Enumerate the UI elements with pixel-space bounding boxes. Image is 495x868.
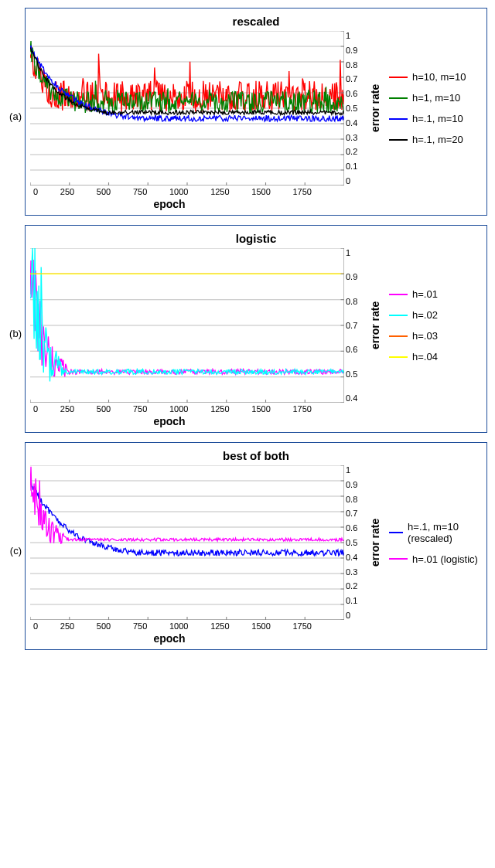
y-axis-label: error rate	[367, 31, 383, 186]
x-tick: 0	[33, 404, 38, 414]
legend-label: h=.01	[412, 288, 438, 300]
legend-label: h=.02	[412, 309, 438, 321]
plot-svg	[30, 465, 344, 620]
y-tick: 0	[346, 176, 366, 186]
y-tick: 0.3	[346, 567, 366, 577]
legend-item: h=.02	[389, 309, 482, 321]
x-axis-label: epoch	[30, 415, 309, 427]
x-tick: 500	[97, 621, 111, 631]
chart-row-c: (c)best of both10.90.80.70.60.50.40.30.2…	[8, 442, 487, 659]
x-tick: 1250	[210, 621, 229, 631]
panel-label-c: (c)	[8, 545, 25, 557]
legend-label: h=.04	[412, 351, 438, 363]
legend-swatch	[389, 294, 408, 295]
x-axis-label: epoch	[30, 632, 309, 645]
y-tick: 0.2	[346, 147, 366, 156]
y-tick: 1	[346, 248, 366, 257]
x-tick: 0	[33, 621, 38, 631]
legend: h=10, m=10h=1, m=10h=.1, m=10h=.1, m=20	[383, 31, 482, 186]
chart-panel-b: logistic10.90.80.70.60.50.4error rateh=.…	[25, 225, 487, 433]
y-tick-labels: 10.90.80.70.60.50.4	[346, 248, 366, 403]
legend-swatch	[389, 139, 408, 141]
y-tick: 0.1	[346, 596, 366, 605]
chart-title: logistic	[30, 232, 482, 245]
y-tick: 0.7	[346, 509, 366, 518]
legend-swatch	[389, 356, 408, 358]
legend-swatch	[389, 532, 403, 533]
panel-label-b: (b)	[8, 328, 25, 339]
x-tick: 1250	[210, 187, 229, 196]
series-line	[30, 260, 344, 377]
y-tick: 0.8	[346, 297, 366, 306]
x-tick: 1500	[251, 621, 270, 631]
y-tick: 0.7	[346, 74, 366, 83]
y-tick: 0.5	[346, 538, 366, 547]
chart-panel-c: best of both10.90.80.70.60.50.40.30.20.1…	[25, 442, 487, 650]
y-tick: 0.6	[346, 345, 366, 354]
y-tick: 0.4	[346, 393, 366, 403]
plot-box: 10.90.80.70.60.50.4	[30, 248, 344, 403]
x-tick-labels: 02505007501000125015001750	[33, 187, 312, 196]
y-tick: 0.5	[346, 104, 366, 113]
y-tick-labels: 10.90.80.70.60.50.40.30.20.10	[346, 31, 366, 186]
y-tick: 0.8	[346, 495, 366, 504]
legend-label: h=.1, m=10 (rescaled)	[408, 521, 482, 544]
x-tick: 1250	[210, 404, 229, 414]
y-tick: 0.6	[346, 89, 366, 98]
y-tick: 0	[346, 611, 366, 620]
panel-label-a: (a)	[8, 111, 25, 122]
x-tick: 1000	[169, 621, 188, 631]
plot-row: 10.90.80.70.60.50.40.30.20.10error rateh…	[30, 465, 482, 620]
x-tick: 250	[60, 187, 74, 196]
legend-item: h=.1, m=10 (rescaled)	[389, 521, 482, 544]
y-axis-label: error rate	[367, 465, 383, 620]
legend-swatch	[389, 558, 408, 560]
chart-title: best of both	[30, 449, 482, 462]
legend: h=.01h=.02h=.03h=.04	[383, 248, 482, 403]
legend-swatch	[389, 97, 408, 99]
x-tick: 1000	[169, 187, 188, 196]
y-tick: 0.9	[346, 46, 366, 55]
y-tick-labels: 10.90.80.70.60.50.40.30.20.10	[346, 465, 366, 620]
x-tick: 1500	[251, 187, 270, 196]
chart-row-a: (a)rescaled10.90.80.70.60.50.40.30.20.10…	[8, 8, 487, 225]
legend-item: h=.03	[389, 330, 482, 342]
plot-row: 10.90.80.70.60.50.40.30.20.10error rateh…	[30, 31, 482, 186]
y-tick: 0.6	[346, 523, 366, 533]
x-tick: 0	[33, 187, 38, 196]
chart-panel-a: rescaled10.90.80.70.60.50.40.30.20.10err…	[25, 8, 487, 216]
x-tick: 500	[97, 187, 111, 196]
x-tick: 750	[133, 404, 147, 414]
y-tick: 0.2	[346, 581, 366, 591]
series-line	[30, 248, 344, 381]
legend-label: h=.01 (logistic)	[412, 553, 478, 565]
y-tick: 0.3	[346, 133, 366, 142]
x-tick: 1000	[169, 404, 188, 414]
legend-label: h=.03	[412, 330, 438, 342]
y-tick: 0.7	[346, 321, 366, 330]
x-tick: 250	[60, 404, 74, 414]
legend-swatch	[389, 335, 408, 337]
x-tick: 1750	[292, 404, 311, 414]
legend-item: h=10, m=10	[389, 71, 482, 83]
series-line	[30, 467, 344, 543]
x-tick: 1750	[292, 621, 311, 631]
plot-box: 10.90.80.70.60.50.40.30.20.10	[30, 465, 344, 620]
legend-item: h=.1, m=20	[389, 134, 482, 145]
x-tick: 750	[133, 187, 147, 196]
legend-swatch	[389, 315, 408, 316]
legend-item: h=.04	[389, 351, 482, 363]
plot-box: 10.90.80.70.60.50.40.30.20.10	[30, 31, 344, 186]
series-line	[30, 480, 344, 556]
y-tick: 0.8	[346, 60, 366, 70]
y-axis-label: error rate	[367, 248, 383, 403]
legend-item: h=.01 (logistic)	[389, 553, 482, 565]
legend: h=.1, m=10 (rescaled)h=.01 (logistic)	[383, 465, 482, 620]
legend-swatch	[389, 118, 408, 120]
chart-row-b: (b)logistic10.90.80.70.60.50.4error rate…	[8, 225, 487, 442]
y-tick: 0.9	[346, 272, 366, 281]
y-tick: 0.4	[346, 553, 366, 562]
y-tick: 1	[346, 31, 366, 40]
x-tick: 500	[97, 404, 111, 414]
legend-label: h=.1, m=20	[412, 134, 463, 145]
